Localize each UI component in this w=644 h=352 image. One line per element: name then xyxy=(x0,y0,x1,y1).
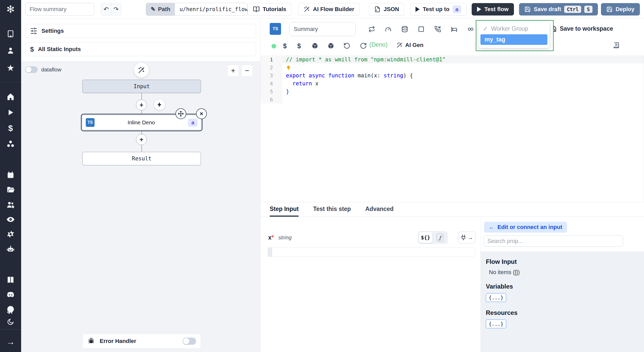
test-up-to-button[interactable]: Test up to a xyxy=(410,3,467,15)
package-cube-icon-2[interactable] xyxy=(327,42,334,49)
settings-gear-icon[interactable] xyxy=(0,229,21,239)
tab-test-this-step[interactable]: Test this step xyxy=(313,202,351,217)
edit-or-connect-button[interactable]: ← Edit or connect an input xyxy=(484,222,567,233)
save-to-workspace-button[interactable]: Save to workspace xyxy=(550,25,613,32)
ai-wand-button[interactable] xyxy=(134,63,149,78)
workspace-building-icon[interactable] xyxy=(0,29,21,39)
lightbulb-icon[interactable] xyxy=(286,64,291,71)
code-line-2[interactable]: 2 xyxy=(260,63,644,71)
bug-icon xyxy=(87,337,95,345)
add-variable-icon[interactable]: $ xyxy=(283,42,287,50)
flow-canvas[interactable]: dataflow + − Input + TS Inline Deno a xyxy=(21,61,260,352)
prop-search-input[interactable] xyxy=(484,235,623,247)
tab-advanced[interactable]: Advanced xyxy=(365,202,394,217)
deploy-button[interactable]: Deploy xyxy=(601,3,640,15)
groups-users-gear-icon[interactable] xyxy=(0,200,21,210)
variables-dollar-icon[interactable]: $ xyxy=(0,123,21,133)
test-flow-label: Test flow xyxy=(484,6,509,13)
add-step-button-bottom[interactable]: + xyxy=(136,134,147,145)
flow-summary-input[interactable] xyxy=(25,3,94,16)
arg-type: string xyxy=(278,234,292,241)
github-icon[interactable] xyxy=(0,305,21,314)
code-line-3[interactable]: 3export async function main(x: string) { xyxy=(260,71,644,79)
add-resource-icon[interactable]: $ xyxy=(297,42,301,50)
code-text: return x xyxy=(282,80,318,87)
star-icon[interactable]: ★ xyxy=(0,63,21,73)
error-handler-toggle[interactable] xyxy=(183,338,196,345)
code-line-6[interactable]: 6 xyxy=(260,95,644,103)
tutorials-button[interactable]: Tutorials xyxy=(248,3,292,15)
windmill-logo[interactable]: ✻ xyxy=(0,4,21,15)
connect-input-plug-button[interactable]: → xyxy=(458,232,476,243)
robot-icon[interactable] xyxy=(0,244,21,254)
mock-square-icon[interactable] xyxy=(418,26,425,32)
arg-value-input[interactable] xyxy=(268,247,475,257)
test-flow-button[interactable]: Test flow xyxy=(472,3,514,15)
line-number: 3 xyxy=(260,71,282,79)
code-line-1[interactable]: 1// import * as wmill from "npm:windmill… xyxy=(260,55,644,63)
ai-flow-builder-button[interactable]: AI Flow Builder xyxy=(298,3,360,15)
cache-database-icon[interactable] xyxy=(401,26,408,32)
error-handler-card[interactable]: Error Handler xyxy=(82,334,201,349)
delete-step-button[interactable]: × xyxy=(196,108,207,119)
add-step-button-top[interactable]: + xyxy=(136,100,147,110)
variables-expand-chip[interactable]: {...} xyxy=(486,293,506,302)
worker-group-option-my-tag[interactable]: my_tag xyxy=(480,34,547,45)
required-mark: * xyxy=(272,234,274,241)
path-chip[interactable]: ✎ Path u/henri/prolific_flow xyxy=(146,3,248,16)
flow-input-node[interactable]: Input xyxy=(82,80,201,93)
app-sidebar: ✻ ★ $ → xyxy=(0,0,21,352)
result-node[interactable]: Result xyxy=(82,152,201,165)
library-book-icon[interactable] xyxy=(613,42,620,49)
zoom-out-button[interactable]: − xyxy=(241,65,253,77)
reset-rotate-ccw-icon[interactable] xyxy=(343,42,350,49)
ai-gen-button[interactable]: AI Gen xyxy=(396,42,423,48)
dataflow-toggle[interactable] xyxy=(25,66,38,73)
prop-list: Flow Input No items ([]) Variables {...}… xyxy=(481,251,644,352)
code-line-4[interactable]: 4 return x xyxy=(260,79,644,87)
resources-expand-chip[interactable]: {...} xyxy=(486,320,506,328)
package-cube-icon[interactable] xyxy=(311,42,318,49)
audit-eye-icon[interactable] xyxy=(0,215,21,224)
inline-deno-step-node[interactable]: TS Inline Deno a × xyxy=(81,114,202,131)
flow-settings-card[interactable]: Settings xyxy=(25,24,256,38)
javascript-mode-button[interactable]: ƒ xyxy=(433,232,447,243)
all-static-inputs-card[interactable]: $ All Static Inputs xyxy=(25,42,256,56)
concurrency-icon[interactable] xyxy=(467,26,474,32)
user-icon[interactable] xyxy=(0,46,21,55)
move-step-handle[interactable] xyxy=(175,108,186,119)
discord-icon[interactable] xyxy=(0,290,21,300)
path-value[interactable]: u/henri/prolific_flow xyxy=(175,3,247,15)
tutorials-label: Tutorials xyxy=(263,6,286,13)
suspend-phone-icon[interactable] xyxy=(434,26,441,32)
early-stop-gauge-icon[interactable] xyxy=(385,26,392,32)
step-summary-input[interactable] xyxy=(289,22,356,36)
tab-step-input[interactable]: Step Input xyxy=(270,202,299,217)
book-open-icon xyxy=(253,6,260,13)
undo-button[interactable]: ↶ xyxy=(101,3,111,15)
zoom-in-button[interactable]: + xyxy=(227,65,239,77)
code-editor[interactable]: 1// import * as wmill from "npm:windmill… xyxy=(260,55,644,202)
kbd-s: S xyxy=(584,6,592,13)
code-line-5[interactable]: 5} xyxy=(260,87,644,95)
undo-redo-group: ↶ ↷ xyxy=(101,3,121,15)
trigger-lightning-button[interactable] xyxy=(154,99,165,110)
wand-icon xyxy=(304,6,310,12)
template-mode-button[interactable]: ${} xyxy=(419,232,432,243)
reload-refresh-icon[interactable] xyxy=(360,42,367,49)
folder-icon[interactable] xyxy=(0,185,21,195)
home-icon[interactable] xyxy=(0,92,21,102)
expand-arrow-right-icon[interactable]: → xyxy=(0,337,21,347)
resources-cubes-icon[interactable] xyxy=(0,139,21,149)
sidebar-divider xyxy=(0,329,21,330)
schedules-calendar-icon[interactable] xyxy=(0,170,21,180)
runs-play-icon[interactable] xyxy=(0,108,21,117)
sleep-bed-icon[interactable] xyxy=(451,26,457,32)
redo-button[interactable]: ↷ xyxy=(111,3,121,15)
dark-mode-moon-icon[interactable] xyxy=(0,317,21,326)
json-button[interactable]: JSON xyxy=(369,3,404,15)
docs-book-icon[interactable] xyxy=(0,275,21,285)
sidebar-divider xyxy=(0,82,21,82)
retry-icon[interactable] xyxy=(368,26,375,32)
save-draft-button[interactable]: Save draft Ctrl S xyxy=(519,3,598,15)
